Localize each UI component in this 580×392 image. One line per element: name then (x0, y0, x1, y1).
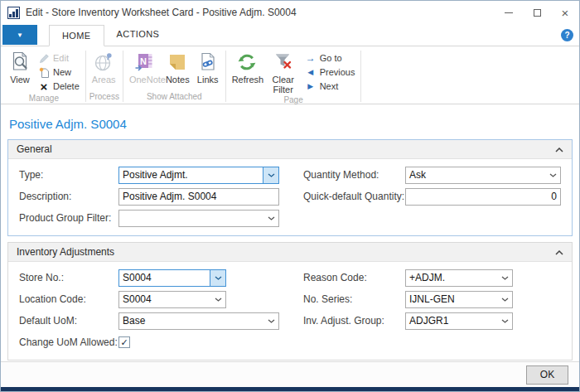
edit-button[interactable]: Edit (36, 51, 82, 65)
chevron-down-icon: ▼ (17, 31, 23, 39)
store-no-field[interactable]: S0004 (118, 269, 226, 287)
edit-icon (38, 53, 50, 64)
ribbon-tab-row: ▼ HOME ACTIONS ? (1, 24, 579, 46)
close-button[interactable]: × (551, 1, 579, 24)
field-row: Location Code: S0004 (19, 288, 297, 310)
filter-clear-icon (273, 51, 294, 74)
page-title: Positive Adjm. S0004 (9, 117, 579, 131)
window-bottom-accent (1, 387, 579, 391)
minimize-button[interactable] (495, 1, 523, 24)
ribbon-group-manage: View Edit New × Delete (2, 49, 85, 104)
go-to-arrow-icon: → (305, 53, 317, 63)
ribbon-separator (360, 51, 361, 102)
onenote-button[interactable]: N OneNote (127, 49, 162, 85)
areas-button[interactable]: Areas (89, 49, 118, 85)
chevron-down-icon[interactable] (263, 167, 278, 183)
maximize-icon (534, 9, 541, 17)
change-uom-allowed-checkbox[interactable]: ✓ (118, 336, 130, 348)
reason-code-label: Reason Code: (303, 272, 405, 283)
fasttab-general: General Type: Positive Adjmt. Descriptio… (7, 139, 573, 236)
new-button[interactable]: New (36, 65, 82, 79)
app-menu-button[interactable]: ▼ (2, 25, 37, 45)
ok-button[interactable]: OK (526, 365, 568, 385)
chevron-down-icon[interactable] (210, 270, 225, 286)
chevron-down-icon[interactable] (211, 292, 225, 307)
help-button[interactable]: ? (561, 29, 573, 41)
chevron-down-icon[interactable] (264, 313, 278, 329)
group-label-show-attached: Show Attached (127, 91, 222, 104)
inv-adjust-group-field[interactable]: ADJGR1 (405, 312, 513, 330)
no-series-field[interactable]: IJNL-GEN (405, 291, 513, 308)
titlebar: Edit - Store Inventory Worksheet Card - … (1, 1, 579, 24)
collapse-section-icon[interactable] (555, 143, 563, 155)
refresh-icon (236, 51, 258, 74)
no-series-label: No. Series: (303, 293, 405, 305)
link-icon (198, 51, 218, 74)
delete-button[interactable]: × Delete (36, 80, 82, 93)
description-field[interactable]: Positive Adjm. S0004 (118, 188, 279, 206)
group-label-manage: Manage (6, 93, 82, 104)
next-button[interactable]: ▶ Next (302, 80, 358, 93)
ribbon-group-page: Refresh Clear Filter → Go to ◀ Previou (226, 49, 361, 104)
type-field[interactable]: Positive Adjmt. (118, 167, 279, 184)
view-button[interactable]: View (6, 49, 34, 85)
ribbon: View Edit New × Delete (1, 46, 579, 104)
window: Edit - Store Inventory Worksheet Card - … (0, 0, 580, 392)
fasttab-general-title: General (17, 143, 52, 155)
chevron-down-icon[interactable] (498, 270, 512, 286)
clear-filter-button[interactable]: Clear Filter (266, 49, 301, 94)
chevron-down-icon[interactable] (498, 292, 512, 307)
chevron-down-icon[interactable] (498, 313, 512, 329)
chevron-down-icon[interactable] (264, 211, 278, 226)
close-icon: × (562, 7, 569, 19)
ribbon-group-process: Areas Process (86, 49, 123, 104)
default-uom-label: Default UoM: (19, 315, 118, 327)
type-label: Type: (19, 169, 118, 181)
window-title: Edit - Store Inventory Worksheet Card - … (26, 7, 297, 18)
fasttab-inventory-adjustments: Inventory Adjustments Store No.: S0004 L… (7, 242, 573, 361)
quantity-method-label: Quantity Method: (303, 169, 405, 181)
links-button[interactable]: Links (194, 49, 222, 85)
app-icon (7, 7, 20, 19)
previous-button[interactable]: ◀ Previous (302, 65, 358, 79)
quick-default-quantity-label: Quick-default Quantity: (303, 191, 405, 202)
notes-button[interactable]: Notes (163, 49, 192, 85)
field-row: Product Group Filter: (19, 207, 297, 229)
field-row: Description: Positive Adjm. S0004 (19, 186, 297, 207)
default-uom-field[interactable]: Base (118, 312, 279, 330)
field-row: Inv. Adjust. Group: ADJGR1 (303, 310, 572, 332)
minimize-icon (505, 12, 513, 13)
fasttab-inventory-adjustments-header[interactable]: Inventory Adjustments (8, 243, 572, 262)
go-to-button[interactable]: → Go to (302, 51, 358, 65)
fasttab-general-header[interactable]: General (8, 140, 572, 159)
ribbon-group-show-attached: N OneNote Notes Links Show Atta (123, 49, 225, 104)
onenote-icon: N (134, 51, 154, 74)
reason-code-field[interactable]: +ADJM. (405, 269, 513, 287)
chevron-down-icon[interactable] (546, 167, 560, 183)
svg-text:N: N (140, 56, 147, 66)
location-code-field[interactable]: S0004 (118, 291, 226, 308)
field-row: Reason Code: +ADJM. (303, 267, 572, 288)
field-row: Store No.: S0004 (19, 267, 297, 288)
description-label: Description: (19, 191, 118, 202)
field-row: No. Series: IJNL-GEN (303, 288, 572, 310)
maximize-button[interactable] (523, 1, 551, 24)
view-icon (9, 51, 31, 74)
field-row: Default UoM: Base (19, 310, 297, 332)
globe-icon (93, 51, 114, 74)
refresh-button[interactable]: Refresh (230, 49, 264, 85)
tab-home[interactable]: HOME (49, 25, 104, 46)
quantity-method-field[interactable]: Ask (405, 167, 561, 184)
check-icon: ✓ (120, 337, 128, 347)
new-icon (38, 67, 50, 78)
field-row: Quick-default Quantity: 0 (303, 186, 572, 207)
product-group-filter-label: Product Group Filter: (19, 212, 118, 224)
collapse-section-icon[interactable] (555, 246, 563, 258)
previous-arrow-icon: ◀ (305, 67, 317, 77)
tab-actions[interactable]: ACTIONS (104, 24, 172, 46)
store-no-label: Store No.: (19, 272, 118, 283)
quick-default-quantity-field[interactable]: 0 (405, 188, 561, 206)
field-row: Change UoM Allowed: ✓ (19, 332, 297, 353)
product-group-filter-field[interactable] (118, 210, 279, 227)
group-label-page: Page (230, 94, 358, 106)
